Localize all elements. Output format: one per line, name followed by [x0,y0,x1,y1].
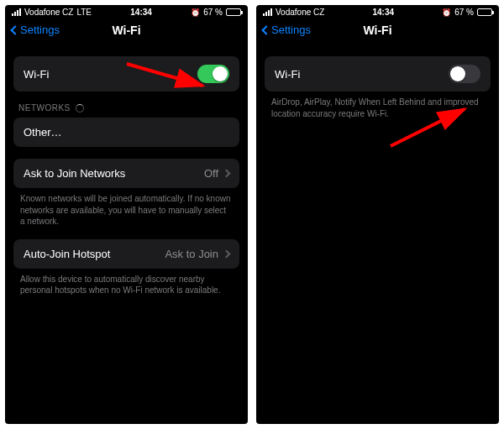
back-button[interactable]: Settings [263,24,311,36]
signal-bars-icon [263,8,272,16]
ask-to-join-value: Off [204,167,218,180]
wifi-toggle-off[interactable] [449,65,480,83]
wifi-toggle-row[interactable]: Wi-Fi [265,56,491,92]
chevron-left-icon [261,25,270,34]
wifi-row-label: Wi-Fi [24,68,49,81]
battery-percent-label: 67 % [203,8,223,17]
wifi-toggle-row[interactable]: Wi-Fi [13,56,239,92]
carrier-label: Vodafone CZ [276,8,324,17]
battery-icon [226,8,241,16]
clock-label: 14:34 [130,8,152,17]
auto-join-hotspot-label: Auto-Join Hotspot [24,248,110,260]
network-type-label: LTE [76,8,92,17]
clock-label: 14:34 [373,8,395,17]
auto-join-hotspot-footer: Allow this device to automatically disco… [13,269,239,296]
back-label: Settings [20,24,60,36]
auto-join-hotspot-value: Ask to Join [165,248,218,260]
carrier-label: Vodafone CZ [24,8,73,17]
wifi-row-label: Wi-Fi [275,68,300,81]
other-network-row[interactable]: Other… [13,118,239,147]
battery-percent-label: 67 % [454,8,474,17]
ask-to-join-label: Ask to Join Networks [24,167,125,180]
status-bar: Vodafone CZ LTE 14:34 ⏰ 67 % [5,5,248,18]
nav-bar: Settings Wi-Fi [256,18,499,44]
phone-screenshot-wifi-on: Vodafone CZ LTE 14:34 ⏰ 67 % Settings Wi… [5,5,248,424]
chevron-left-icon [10,25,19,34]
nav-bar: Settings Wi-Fi [5,18,248,44]
status-bar: Vodafone CZ 14:34 ⏰ 67 % [256,5,499,18]
networks-section-header: NETWORKS [13,103,239,118]
wifi-toggle-on[interactable] [197,65,229,83]
battery-icon [477,8,492,16]
ask-to-join-row[interactable]: Ask to Join Networks Off [13,159,239,188]
chevron-right-icon [223,249,231,258]
back-label: Settings [271,24,311,36]
chevron-right-icon [223,170,231,178]
ask-to-join-footer: Known networks will be joined automatica… [13,188,239,228]
loading-spinner-icon [76,104,84,112]
signal-bars-icon [12,8,21,16]
phone-screenshot-wifi-off: Vodafone CZ 14:34 ⏰ 67 % Settings Wi-Fi … [256,5,499,424]
alarm-icon: ⏰ [442,8,451,17]
back-button[interactable]: Settings [12,24,60,36]
wifi-off-footer: AirDrop, AirPlay, Notify When Left Behin… [265,92,491,119]
alarm-icon: ⏰ [191,8,200,17]
other-network-label: Other… [24,126,62,139]
auto-join-hotspot-row[interactable]: Auto-Join Hotspot Ask to Join [13,239,239,269]
